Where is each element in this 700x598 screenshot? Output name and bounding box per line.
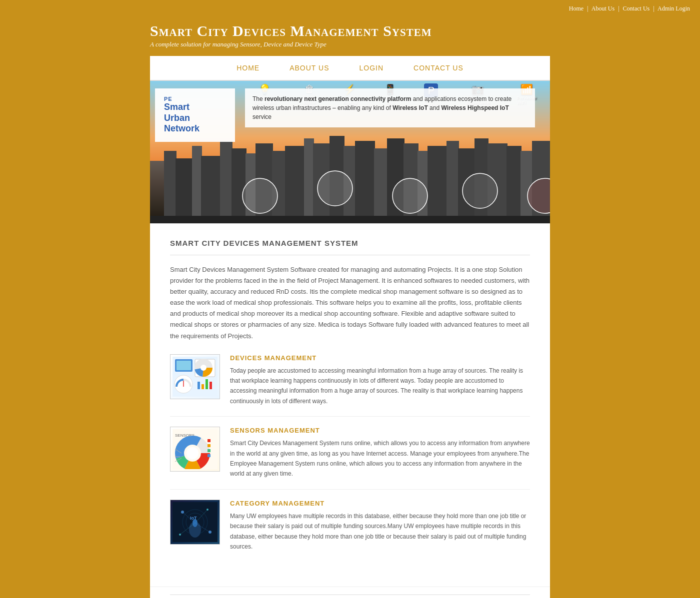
svg-rect-43: [198, 382, 200, 389]
feature-devices-content: DEVICES MANAGEMENT Today people are accu…: [230, 354, 530, 407]
svg-rect-11: [285, 146, 305, 223]
topbar-about-link[interactable]: About Us: [592, 5, 614, 12]
hero-section: PE SmartUrbanNetwork The revolutionary n…: [150, 81, 550, 223]
svg-rect-44: [202, 384, 204, 389]
content-section: SMART CITY DEVICES MANAGEMENT SYSTEM Sma…: [150, 223, 550, 587]
svg-rect-17: [374, 148, 388, 223]
nav-about[interactable]: ABOUT US: [274, 56, 344, 80]
svg-point-31: [318, 171, 352, 206]
hero-left-panel: PE SmartUrbanNetwork: [155, 88, 235, 142]
site-header: Smart City Devices Management System A c…: [0, 17, 700, 56]
svg-rect-1: [150, 161, 165, 223]
svg-text:IoT: IoT: [190, 516, 197, 521]
svg-rect-57: [208, 449, 210, 452]
svg-point-33: [462, 173, 498, 208]
category-svg: IoT: [172, 502, 218, 542]
feature-category-image: IoT: [170, 500, 220, 545]
devices-svg: [172, 357, 218, 397]
feature-category-content: CATEGORY MANAGEMENT Many UW employees ha…: [230, 500, 530, 552]
svg-rect-4: [192, 146, 202, 223]
hero-description: The revolutionary next generation connec…: [245, 88, 535, 127]
feature-devices-text: Today people are accustomed to accessing…: [230, 366, 530, 407]
feature-category-title: CATEGORY MANAGEMENT: [230, 500, 530, 507]
feature-devices-title: DEVICES MANAGEMENT: [230, 354, 530, 362]
svg-point-32: [392, 178, 428, 213]
feature-devices-image: [170, 354, 220, 399]
site-title: Smart City Devices Management System: [150, 22, 550, 39]
svg-rect-26: [506, 146, 522, 223]
svg-rect-29: [150, 216, 550, 223]
feature-devices: DEVICES MANAGEMENT Today people are accu…: [170, 354, 530, 417]
footer-divider: [170, 595, 530, 595]
main-container: HOME ABOUT US LOGIN CONTACT US: [150, 56, 550, 598]
top-bar: Home | About Us | Contact Us | Admin Log…: [0, 0, 700, 17]
topbar-contact-link[interactable]: Contact Us: [623, 5, 650, 12]
svg-rect-56: [208, 444, 210, 447]
feature-sensors-image: SENSORS...: [170, 427, 220, 472]
svg-point-30: [242, 178, 278, 213]
sensors-svg: SENSORS...: [172, 429, 218, 469]
svg-rect-45: [206, 379, 208, 389]
svg-rect-37: [176, 361, 191, 370]
feature-sensors-content: SENSORS MANAGEMENT Smart City Devices Ma…: [230, 427, 530, 479]
svg-rect-21: [428, 146, 448, 223]
svg-rect-5: [201, 156, 221, 223]
content-divider: [170, 255, 530, 255]
topbar-home-link[interactable]: Home: [569, 5, 584, 12]
hero-network-title: SmartUrbanNetwork: [164, 102, 226, 134]
svg-rect-22: [446, 141, 459, 223]
content-title: SMART CITY DEVICES MANAGEMENT SYSTEM: [170, 239, 530, 247]
svg-rect-58: [208, 454, 210, 457]
feature-sensors: SENSORS...: [170, 427, 530, 490]
svg-rect-16: [355, 141, 375, 223]
svg-rect-6: [220, 141, 232, 223]
feature-category: IoT CATEGORY MANAGEMENT Many UW employee…: [170, 500, 530, 562]
content-description: Smart City Devices Management System Sof…: [170, 264, 530, 342]
svg-rect-55: [208, 439, 210, 442]
svg-rect-2: [164, 151, 176, 223]
svg-rect-3: [176, 158, 193, 223]
svg-point-54: [186, 447, 198, 459]
topbar-admin-link[interactable]: Admin Login: [658, 5, 690, 12]
svg-rect-12: [304, 138, 314, 223]
site-subtitle: A complete solution for managing Sensore…: [150, 40, 550, 48]
feature-sensors-title: SENSORS MANAGEMENT: [230, 427, 530, 434]
nav-home[interactable]: HOME: [222, 56, 274, 80]
nav-contact[interactable]: CONTACT US: [398, 56, 478, 80]
footer: [150, 587, 550, 598]
nav-login[interactable]: LOGIN: [344, 56, 399, 80]
feature-category-text: Many UW employees have multiple records …: [230, 511, 530, 552]
nav-bar: HOME ABOUT US LOGIN CONTACT US: [150, 56, 550, 81]
feature-sensors-text: Smart City Devices Management System run…: [230, 438, 530, 479]
svg-rect-46: [210, 382, 212, 389]
svg-rect-7: [232, 148, 246, 223]
